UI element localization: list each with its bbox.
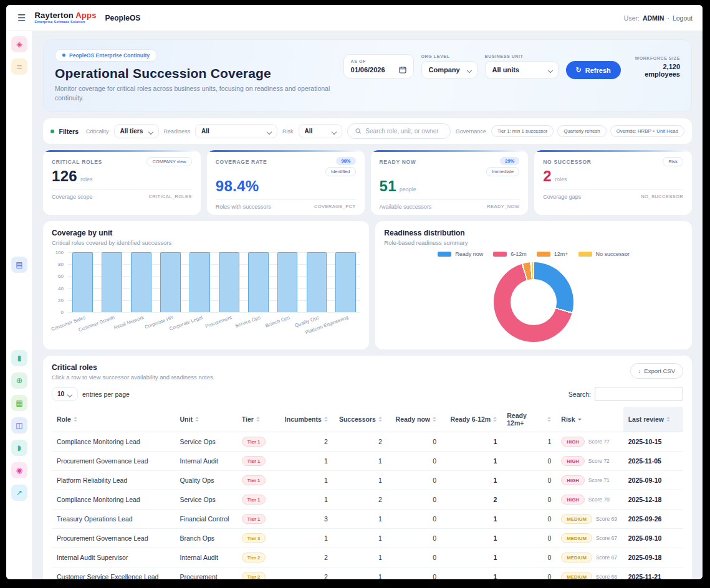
org-level-select[interactable]: Company [421,61,477,78]
table-row[interactable]: Compliance Monitoring LeadService OpsTie… [52,432,683,452]
search-input[interactable] [365,128,443,135]
risk-badge: HIGH [561,456,585,466]
cell-last-review: 2025-11-05 [623,452,683,471]
export-csv-button[interactable]: ↓Export CSV [630,363,683,379]
users-icon[interactable]: ◫ [11,417,27,434]
business-unit-select[interactable]: All units [485,61,559,78]
column-header-risk[interactable]: Risk [556,407,623,432]
brand-tagline: Enterprise Software Solution [34,21,96,24]
business-unit-label: BUSINESS UNIT [485,54,559,59]
analytics-icon[interactable]: ↗ [11,485,27,501]
column-header-last-review[interactable]: Last review [623,407,683,432]
as-of-date-input[interactable]: 01/06/2026 [351,66,406,74]
table-search-input[interactable] [595,387,683,401]
bar [72,252,93,312]
column-header-ready-6-12m[interactable]: Ready 6-12m [441,407,502,432]
column-header-successors[interactable]: Successors [333,407,387,432]
filters-bar: Filters Criticality All tiers Readiness … [43,118,692,144]
table-row[interactable]: Customer Service Excellence LeadProcurem… [52,567,683,580]
cell-tier: Tier 2 [237,548,281,567]
cell-ready-6-12m: 1 [441,471,502,490]
kpi-badge: Risk [663,157,683,166]
kpi-foot-left: Roles with successors [216,204,271,210]
cell-incumbents: 2 [281,567,333,580]
workforce-size: WORKFORCE SIZE 2,120 employees [628,54,680,78]
cell-ready-now: 0 [387,548,441,567]
column-header-ready-now[interactable]: Ready now [387,407,441,432]
cell-ready-12m-plus: 0 [502,529,556,548]
bar [277,252,298,312]
cell-role: Procurement Governance Lead [52,452,175,471]
experiments-icon[interactable]: ◈ [11,36,27,52]
column-header-incumbents[interactable]: Incumbents [281,407,333,432]
pipeline-icon[interactable]: ▮ [11,350,27,366]
chart-title: Coverage by unit [52,229,360,237]
table-row[interactable]: Platform Reliability LeadQuality OpsTier… [52,471,683,490]
legend-swatch [578,252,592,257]
cell-ready-6-12m: 1 [441,510,502,529]
cell-ready-now: 0 [387,471,441,490]
tier-badge: Tier 1 [242,514,266,524]
risk-badge: MEDIUM [561,514,592,524]
chart-subtitle: Role-based readiness summary [384,239,683,246]
cell-incumbents: 1 [281,471,333,490]
tier-badge: Tier 1 [242,437,266,447]
kpi-ready-now: READY NOW 29% Immediate 51people Availab… [371,150,529,215]
criticality-select[interactable]: All tiers [114,124,159,138]
tier-badge: Tier 1 [242,456,266,466]
gridline [68,312,360,313]
legend-item: 12m+ [537,251,568,257]
table-row[interactable]: Compliance Monitoring LeadService OpsTie… [52,490,683,510]
table-row[interactable]: Treasury Operations LeadFinancial Contro… [52,510,683,529]
cell-role: Compliance Monitoring Lead [52,432,175,452]
table-row[interactable]: Procurement Governance LeadBranch OpsTie… [52,529,683,548]
droplet-icon[interactable]: ◗ [11,440,27,456]
refresh-button[interactable]: ↻Refresh [566,61,621,79]
risk-label: Risk [282,128,294,135]
cell-ready-12m-plus: 0 [502,567,556,580]
sort-icon [256,417,260,422]
app-window: ☰ Rayterton Apps Enterprise Software Sol… [6,5,703,579]
hero-badge: PeopleOS Enterprise Continuity [55,49,157,62]
hamburger-menu-icon[interactable]: ☰ [14,11,29,25]
record-icon[interactable]: ◉ [11,462,27,478]
table-row[interactable]: Procurement Governance LeadInternal Audi… [52,452,683,471]
sidenav: ◈≡▤▮⊕▦◫◗◉↗ [6,31,32,579]
legend-item: 6-12m [493,251,527,257]
logout-link[interactable]: Logout [673,14,693,22]
add-user-icon[interactable]: ⊕ [11,372,27,389]
cell-ready-12m-plus: 0 [502,548,556,567]
cell-last-review: 2025-11-21 [623,567,683,580]
cell-ready-now: 0 [387,452,441,471]
cell-risk: MEDIUMScore 66 [556,567,623,580]
x-category-label: Branch Ops [265,315,291,329]
sort-icon [493,417,497,422]
readiness-select[interactable]: All [195,124,277,138]
column-header-tier[interactable]: Tier [237,407,281,432]
bar-slot: Platform Engineering [331,252,360,312]
entries-per-page-select[interactable]: 10 [52,387,78,401]
column-header-unit[interactable]: Unit [175,407,237,432]
calendar-icon [399,66,406,74]
bar-slot: Corporate HR [156,252,185,312]
column-header-ready-12m-[interactable]: Ready 12m+ [502,407,556,432]
risk-badge: MEDIUM [561,552,592,562]
table-title: Critical roles [52,363,214,372]
user-name: ADMIN [643,14,664,22]
table-row[interactable]: Internal Audit SupervisorInternal AuditT… [52,548,683,567]
critical-roles-card: Critical roles Click a row to view succe… [43,356,692,579]
entries-per-page-label: entries per page [82,391,130,398]
spreadsheet-icon[interactable]: ▦ [11,395,27,411]
column-header-role[interactable]: Role [52,407,175,432]
layers-icon[interactable]: ▤ [11,257,27,273]
x-category-label: Corporate Legal [168,315,203,332]
cell-role: Customer Service Excellence Lead [52,567,175,580]
kpi-label: CRITICAL ROLES [52,157,102,165]
cell-ready-now: 0 [387,567,441,580]
risk-select[interactable]: All [299,124,342,138]
tasks-icon[interactable]: ≡ [11,59,27,75]
cell-last-review: 2025-09-18 [623,548,683,567]
cell-successors: 2 [333,432,387,452]
kpi-label: NO SUCCESSOR [543,157,591,165]
cell-incumbents: 1 [281,490,333,510]
